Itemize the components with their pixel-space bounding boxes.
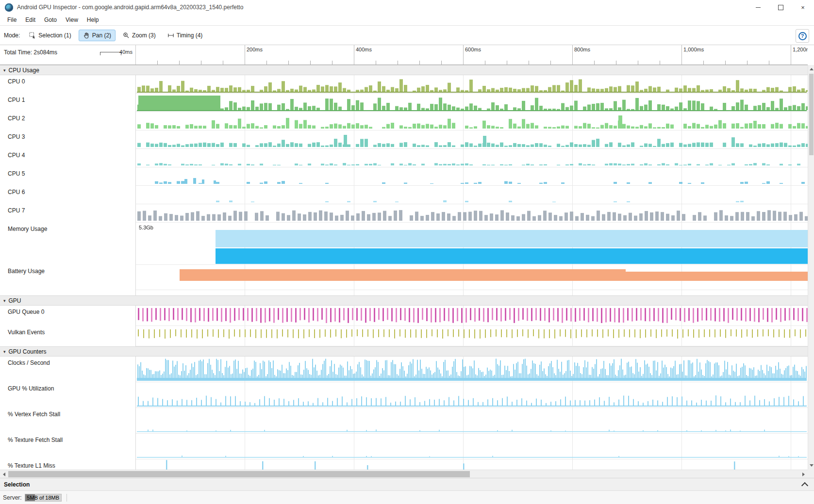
selection-mode-button[interactable]: Selection (1) <box>25 30 75 41</box>
track-label: GPU % Utilization <box>0 382 136 408</box>
maximize-button[interactable] <box>769 0 792 15</box>
menu-goto[interactable]: Goto <box>40 15 61 25</box>
track-chart[interactable] <box>136 382 808 408</box>
ruler-major-tick <box>572 45 573 65</box>
ruler-major-tick <box>354 45 354 65</box>
ruler-tick-label: 200ms <box>247 47 263 52</box>
minimize-button[interactable] <box>747 0 769 15</box>
track-chart[interactable] <box>136 290 808 295</box>
track-chart[interactable]: 5.3Gb <box>136 223 808 265</box>
track-chart[interactable] <box>136 149 808 167</box>
track-chart[interactable] <box>136 459 808 470</box>
track-row: % Texture Fetch Stall <box>0 434 808 459</box>
section-header[interactable]: ▾GPU <box>0 295 808 306</box>
mode-label: Mode: <box>4 32 20 39</box>
track-label <box>0 290 136 295</box>
track-chart-canvas <box>136 130 808 149</box>
ruler-minor-tick <box>441 61 442 65</box>
track-row: CPU 6 <box>0 186 808 204</box>
section-header[interactable]: ▾GPU Counters <box>0 346 808 357</box>
track-chart[interactable] <box>136 408 808 434</box>
vertical-scrollbar-thumb[interactable] <box>809 74 814 155</box>
ruler-scale[interactable]: 200ms400ms600ms800ms1,000ms1,200ms <box>136 45 808 65</box>
ruler-tick-label: 800ms <box>574 47 590 52</box>
scroll-left-button[interactable] <box>0 470 8 478</box>
track-label: CPU 5 <box>0 167 136 186</box>
track-chart[interactable] <box>136 186 808 204</box>
toolbar: Mode: Selection (1) Pan (2) Zoom (3) Tim… <box>0 26 814 45</box>
track-chart[interactable] <box>136 326 808 346</box>
track-chart[interactable] <box>136 306 808 326</box>
track-chart-canvas <box>136 265 808 290</box>
chevron-up-icon[interactable] <box>801 482 808 489</box>
collapse-arrow-icon[interactable]: ▾ <box>3 349 6 354</box>
arrow-down-icon <box>810 464 814 467</box>
section-label: GPU Counters <box>9 348 47 355</box>
track-chart[interactable] <box>136 204 808 223</box>
track-label: Memory Usage <box>0 223 136 265</box>
menu-bar: File Edit Goto View Help <box>0 15 814 26</box>
section-label: GPU <box>9 297 21 304</box>
timing-mode-button[interactable]: Timing (4) <box>163 30 207 41</box>
track-row: % Texture L1 Miss <box>0 459 808 470</box>
track-chart[interactable] <box>136 167 808 186</box>
selection-panel-header[interactable]: Selection <box>0 478 814 490</box>
track-label: CPU 6 <box>0 186 136 204</box>
scrollbar-corner <box>808 470 814 478</box>
collapse-arrow-icon[interactable]: ▾ <box>3 298 6 303</box>
ruler-minor-tick <box>419 61 420 65</box>
track-chart-canvas <box>136 204 808 223</box>
zoom-mode-button[interactable]: Zoom (3) <box>118 30 160 41</box>
track-row: CPU 3 <box>0 130 808 149</box>
vertical-scrollbar[interactable] <box>808 65 814 470</box>
ruler-minor-tick <box>769 61 769 65</box>
track-chart[interactable] <box>136 94 808 112</box>
scroll-right-button[interactable] <box>799 470 808 478</box>
horizontal-scrollbar[interactable] <box>0 470 808 478</box>
ruler-minor-tick <box>157 61 158 65</box>
track-chart[interactable] <box>136 357 808 382</box>
ruler-minor-tick <box>660 61 660 65</box>
track-chart[interactable] <box>136 130 808 149</box>
track-chart-canvas <box>136 382 808 408</box>
ruler-left-panel: Total Time: 2s084ms 40ms <box>0 45 136 65</box>
help-button[interactable]: ? <box>796 29 809 43</box>
section-label: CPU Usage <box>9 67 39 74</box>
maximize-icon <box>778 5 783 10</box>
track-label: CPU 4 <box>0 149 136 167</box>
horizontal-scrollbar-thumb[interactable] <box>8 471 470 477</box>
scroll-down-button[interactable] <box>808 462 814 469</box>
close-icon: × <box>801 4 805 11</box>
pan-mode-label: Pan (2) <box>92 32 111 39</box>
track-chart[interactable] <box>136 112 808 130</box>
track-label: Clocks / Second <box>0 357 136 382</box>
track-chart-canvas <box>136 112 808 130</box>
ruler-minor-tick <box>529 61 529 65</box>
section-header[interactable]: ▾CPU Usage <box>0 65 808 75</box>
track-label: % Texture L1 Miss <box>0 459 136 470</box>
track-chart[interactable] <box>136 265 808 290</box>
track-label: CPU 7 <box>0 204 136 223</box>
track-row: CPU 5 <box>0 167 808 186</box>
window-title: Android GPU Inspector - com.google.andro… <box>17 4 243 11</box>
menu-help[interactable]: Help <box>83 15 103 25</box>
track-chart[interactable] <box>136 75 808 94</box>
track-chart-canvas <box>136 408 808 434</box>
track-list[interactable]: ▾CPU UsageCPU 0CPU 1CPU 2CPU 3CPU 4CPU 5… <box>0 65 808 470</box>
timeline-ruler[interactable]: Total Time: 2s084ms 40ms 200ms400ms600ms… <box>0 45 808 65</box>
menu-view[interactable]: View <box>61 15 83 25</box>
server-memory-badge: 5MB of 18MB <box>25 494 62 502</box>
menu-edit[interactable]: Edit <box>21 15 40 25</box>
close-button[interactable]: × <box>792 0 814 15</box>
ruler-minor-tick <box>179 61 180 65</box>
menu-file[interactable]: File <box>3 15 21 25</box>
scroll-up-button[interactable] <box>808 65 814 73</box>
pan-hand-icon <box>83 32 90 39</box>
arrow-left-icon <box>3 472 5 476</box>
track-chart[interactable] <box>136 434 808 459</box>
arrow-up-icon <box>810 68 814 70</box>
collapse-arrow-icon[interactable]: ▾ <box>3 68 6 73</box>
track-chart-canvas <box>136 459 808 470</box>
ruler-minor-tick <box>310 61 311 65</box>
pan-mode-button[interactable]: Pan (2) <box>79 30 116 41</box>
